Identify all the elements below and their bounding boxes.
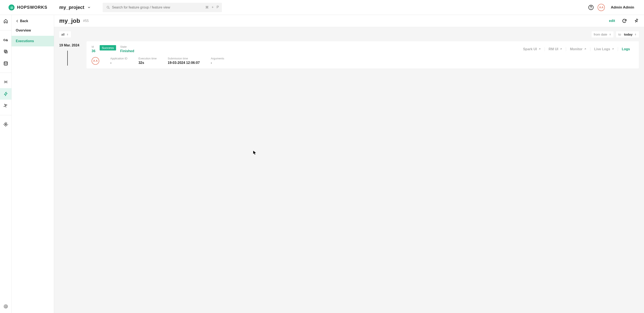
date-rail: 19 Mar. 2024 bbox=[59, 41, 83, 47]
nav-shapes-icon[interactable] bbox=[3, 37, 8, 42]
to-date-prefix: to bbox=[618, 32, 621, 36]
id-value[interactable]: 36 bbox=[92, 49, 96, 53]
filters-row: all from date to today bbox=[54, 27, 644, 38]
search-box[interactable]: ⌘ + P bbox=[103, 3, 222, 12]
brand[interactable]: HOPSWORKS bbox=[8, 4, 47, 10]
status-filter[interactable]: all bbox=[59, 31, 71, 38]
nav-storage-icon[interactable] bbox=[3, 61, 8, 66]
nav-rail bbox=[0, 15, 12, 313]
kbd-plus: + bbox=[212, 5, 214, 9]
sidebar-overview-label: Overview bbox=[16, 28, 31, 32]
arguments-value: - bbox=[211, 61, 224, 65]
external-link-icon bbox=[612, 48, 614, 50]
back-button[interactable]: Back bbox=[12, 15, 54, 25]
sidebar-item-overview[interactable]: Overview bbox=[12, 25, 54, 36]
submission-time-label: Submission time bbox=[168, 57, 200, 60]
status-filter-value: all bbox=[61, 32, 64, 36]
from-date-label: from date bbox=[594, 32, 607, 36]
refresh-icon[interactable] bbox=[622, 18, 627, 24]
search-input[interactable] bbox=[112, 6, 218, 9]
search-icon bbox=[106, 6, 110, 9]
svg-line-1 bbox=[108, 8, 110, 9]
live-logs-link[interactable]: Live Logs bbox=[590, 47, 618, 51]
state-label: State bbox=[120, 45, 134, 48]
nav-copy-icon[interactable] bbox=[3, 49, 8, 54]
help-icon[interactable] bbox=[588, 5, 594, 10]
monitor-link[interactable]: Monitor bbox=[566, 47, 590, 51]
svg-point-4 bbox=[4, 39, 5, 41]
exec-time-label: Execution time bbox=[138, 57, 156, 60]
topbar: HOPSWORKS my_project ⌘ + P A A Admin Adm… bbox=[0, 0, 644, 15]
external-link-icon bbox=[584, 48, 586, 50]
project-name: my_project bbox=[59, 5, 84, 10]
owner-avatar-initials: A A bbox=[93, 59, 98, 62]
spark-ui-link[interactable]: Spark UI bbox=[519, 47, 544, 51]
user-name: Admin Admin bbox=[611, 5, 634, 10]
to-date-filter[interactable]: to today bbox=[616, 31, 639, 38]
submission-time-value: 19-03-2024 12:06:07 bbox=[168, 61, 200, 65]
job-title: my_job bbox=[59, 18, 80, 24]
svg-point-8 bbox=[5, 124, 6, 125]
main-panel: my_job #55 edit all from date to today bbox=[54, 15, 644, 313]
nav-footer-logo-icon[interactable] bbox=[3, 304, 8, 309]
sort-icon bbox=[609, 33, 612, 36]
external-link-icon bbox=[538, 48, 541, 50]
nav-settings-icon[interactable] bbox=[3, 122, 8, 127]
app-id-label: Application ID bbox=[110, 57, 127, 60]
pin-icon[interactable] bbox=[634, 18, 639, 24]
nav-jobs-icon[interactable] bbox=[3, 91, 8, 97]
nav-home-icon[interactable] bbox=[3, 18, 8, 24]
arguments-label: Arguments bbox=[211, 57, 224, 60]
from-date-filter[interactable]: from date bbox=[592, 31, 614, 38]
project-selector[interactable]: my_project bbox=[59, 5, 90, 10]
arrow-left-icon bbox=[16, 20, 19, 22]
chevron-down-icon bbox=[87, 6, 91, 9]
nav-pinwheel-icon[interactable] bbox=[3, 103, 8, 108]
live-logs-label: Live Logs bbox=[594, 47, 610, 51]
to-date-value: today bbox=[624, 32, 632, 36]
sidebar: Back Overview Executions bbox=[12, 15, 54, 313]
back-label: Back bbox=[20, 19, 28, 23]
search-shortcut-hint: ⌘ + P bbox=[205, 5, 219, 9]
state-value: Finished bbox=[120, 49, 134, 53]
execution-card[interactable]: Id 36 Success State Finished Spark UI bbox=[86, 41, 639, 68]
rm-ui-label: RM UI bbox=[548, 47, 558, 51]
sort-icon bbox=[634, 33, 637, 36]
execution-links: Spark UI RM UI Monitor Live Logs bbox=[519, 47, 634, 51]
user-avatar[interactable]: A A bbox=[598, 4, 605, 11]
job-number: #55 bbox=[83, 19, 89, 23]
user-avatar-initials: A A bbox=[599, 6, 603, 9]
brand-logo-icon bbox=[8, 4, 14, 10]
logs-link[interactable]: Logs bbox=[618, 47, 634, 51]
exec-time-value: 32s bbox=[138, 61, 156, 65]
brand-name: HOPSWORKS bbox=[17, 5, 47, 10]
id-label: Id bbox=[92, 45, 96, 48]
rm-ui-link[interactable]: RM UI bbox=[544, 47, 566, 51]
timeline-tick-icon bbox=[67, 51, 68, 66]
monitor-label: Monitor bbox=[570, 47, 582, 51]
kbd-key: P bbox=[216, 5, 219, 9]
page-header: my_job #55 edit bbox=[54, 15, 644, 27]
sidebar-executions-label: Executions bbox=[16, 39, 34, 43]
status-badge: Success bbox=[100, 45, 116, 50]
sidebar-item-executions[interactable]: Executions bbox=[12, 36, 54, 46]
svg-point-7 bbox=[4, 62, 8, 63]
kbd-cmd-icon: ⌘ bbox=[205, 5, 209, 9]
owner-avatar[interactable]: A A bbox=[92, 57, 99, 65]
topbar-right: A A Admin Admin bbox=[588, 4, 636, 11]
svg-point-3 bbox=[591, 8, 592, 9]
nav-jupyter-icon[interactable] bbox=[3, 79, 8, 85]
spark-ui-label: Spark UI bbox=[523, 47, 537, 51]
edit-button[interactable]: edit bbox=[609, 19, 615, 23]
app-id-value: - bbox=[110, 61, 127, 65]
sort-icon bbox=[66, 33, 69, 36]
external-link-icon bbox=[560, 48, 562, 50]
logs-label: Logs bbox=[622, 47, 630, 51]
execution-date: 19 Mar. 2024 bbox=[59, 44, 83, 47]
